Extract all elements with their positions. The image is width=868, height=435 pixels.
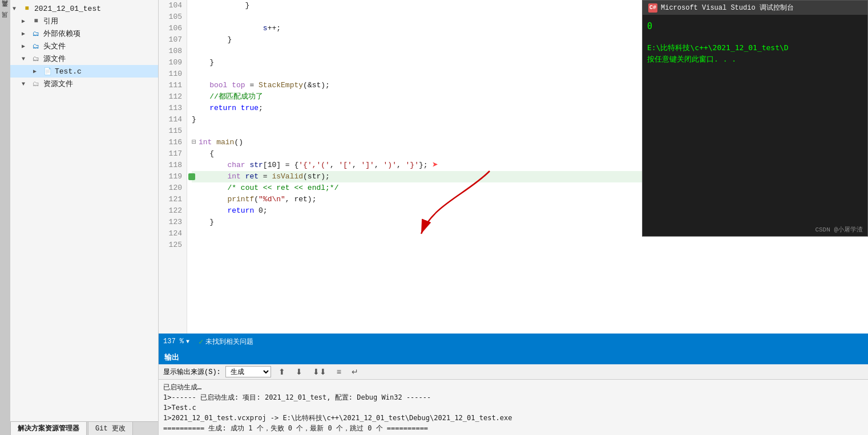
output-source-select[interactable]: 生成 <box>225 366 271 377</box>
left-strip: 工具箱 属 <box>0 0 10 435</box>
sidebar-item-res[interactable]: ▼ 🗂 资源文件 <box>10 78 158 90</box>
tab-git-changes[interactable]: Git 更改 <box>88 421 133 435</box>
debug-num: 0 <box>647 19 863 33</box>
output-toolbar: 显示输出来源(S): 生成 ⬆ ⬇ ⬇⬇ ≡ ↵ <box>159 364 868 380</box>
dep-icon: 🗂 <box>31 29 41 39</box>
header-icon: 🗂 <box>31 41 41 51</box>
testc-label: Test.c <box>55 67 82 76</box>
output-line-3: 1>2021_12_01_test.vcxproj -> E:\比特科技\c++… <box>163 413 863 423</box>
header-arrow: ▶ <box>22 43 31 50</box>
output-line-0: 已启动生成… <box>163 382 863 392</box>
dep-arrow: ▶ <box>22 30 31 37</box>
output-title: 输出 <box>164 352 179 363</box>
breakpoint-marker <box>188 173 195 180</box>
output-btn-wrap[interactable]: ↵ <box>349 366 361 377</box>
zoom-control[interactable]: 137 % ▼ <box>163 338 189 345</box>
vs-icon: C# <box>648 3 657 13</box>
check-icon: ✓ <box>199 337 203 347</box>
output-panel: 输出 显示输出来源(S): 生成 ⬆ ⬇ ⬇⬇ ≡ ↵ 已启动生成… 1>---… <box>159 349 868 435</box>
output-btn-3[interactable]: ⬇⬇ <box>310 366 329 377</box>
sidebar-item-header[interactable]: ▶ 🗂 头文件 <box>10 40 158 52</box>
ref-label: 引用 <box>43 16 58 26</box>
source-label: 源文件 <box>43 54 66 64</box>
header-label: 头文件 <box>43 41 66 51</box>
sidebar-item-dep[interactable]: ▶ 🗂 外部依赖项 <box>10 27 158 40</box>
status-bar: 137 % ▼ ✓ 未找到相关问题 <box>159 334 868 349</box>
code-line-125 <box>192 239 868 251</box>
sidebar-item-testc[interactable]: ▶ 📄 Test.c <box>10 65 158 78</box>
testc-arrow: ▶ <box>33 68 42 75</box>
sidebar-item-source[interactable]: ▼ 🗂 源文件 <box>10 52 158 65</box>
project-icon: ■ <box>22 3 32 14</box>
output-header: 输出 <box>159 351 868 364</box>
output-content[interactable]: 已启动生成… 1>------ 已启动生成: 项目: 2021_12_01_te… <box>159 380 868 435</box>
res-arrow: ▼ <box>22 81 31 87</box>
file-icon: 📄 <box>42 66 53 76</box>
output-btn-2[interactable]: ⬇ <box>293 366 305 377</box>
dep-label: 外部依赖项 <box>43 29 80 39</box>
project-name: 2021_12_01_test <box>34 5 101 13</box>
solution-tree: ▼ ■ 2021_12_01_test ▶ ■ 引用 ▶ 🗂 外部依赖项 <box>10 0 158 421</box>
output-line-1: 1>------ 已启动生成: 项目: 2021_12_01_test, 配置:… <box>163 392 863 403</box>
debug-path: E:\比特科技\c++\2021_12_01_test\D <box>647 42 863 54</box>
sidebar: ▼ ■ 2021_12_01_test ▶ ■ 引用 ▶ 🗂 外部依赖项 <box>10 0 159 435</box>
tab-solution-explorer[interactable]: 解决方案资源管理器 <box>10 421 87 435</box>
output-line-2: 1>Test.c <box>163 403 863 413</box>
debug-console: C# Microsoft Visual Studio 调试控制台 0 E:\比特… <box>642 0 868 237</box>
output-line-4: ========== 生成: 成功 1 个，失败 0 个，最新 0 个，跳过 0… <box>163 423 863 433</box>
ref-arrow: ▶ <box>22 18 31 25</box>
ref-icon: ■ <box>31 16 41 26</box>
output-btn-1[interactable]: ⬆ <box>276 366 288 377</box>
project-root[interactable]: ▼ ■ 2021_12_01_test <box>10 2 158 15</box>
problem-status: ✓ 未找到相关问题 <box>199 337 253 347</box>
source-label: 显示输出来源(S): <box>163 367 221 377</box>
res-label: 资源文件 <box>43 79 73 89</box>
debug-header: C# Microsoft Visual Studio 调试控制台 <box>643 1 867 15</box>
csdn-watermark: CSDN @小屠学渣 <box>815 225 863 234</box>
source-arrow: ▼ <box>22 56 31 62</box>
zoom-value: 137 % <box>163 338 184 345</box>
debug-content[interactable]: 0 E:\比特科技\c++\2021_12_01_test\D 按任意键关闭此窗… <box>643 15 867 236</box>
sidebar-item-ref[interactable]: ▶ ■ 引用 <box>10 15 158 27</box>
source-icon: 🗂 <box>31 54 41 64</box>
project-arrow: ▼ <box>13 6 22 12</box>
debug-title: Microsoft Visual Studio 调试控制台 <box>661 3 794 13</box>
collapse-116[interactable]: ⊟ <box>192 137 199 148</box>
zoom-dropdown-arrow[interactable]: ▼ <box>186 339 189 345</box>
debug-hint: 按任意键关闭此窗口. . . <box>647 54 863 65</box>
solution-tabs: 解决方案资源管理器 Git 更改 <box>10 421 158 435</box>
status-text: 未找到相关问题 <box>205 337 253 347</box>
line-numbers: 104 105 106 107 108 109 110 111 112 113 … <box>159 0 187 334</box>
output-btn-clear[interactable]: ≡ <box>334 366 344 377</box>
res-icon: 🗂 <box>31 79 41 89</box>
